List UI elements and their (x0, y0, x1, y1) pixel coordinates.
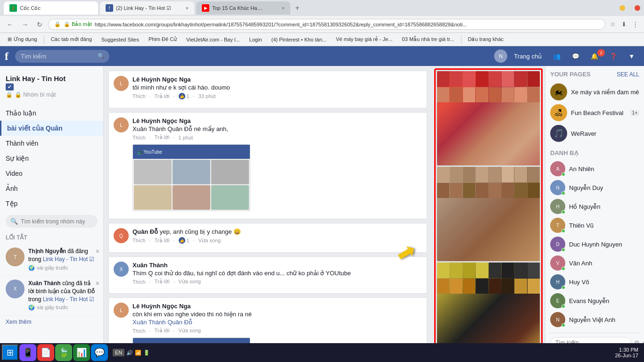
star-button[interactable]: ☆ (608, 20, 618, 29)
contact-avatar-duc-huynh: D (550, 237, 565, 252)
comment-2: L Lê Huỳnh Ngọc Nga Xuân Thành Quân Đỗ n… (108, 112, 427, 219)
reply-action-1[interactable]: Trả lời (155, 93, 170, 99)
contact-huy-vo[interactable]: H Huy Võ (550, 272, 639, 291)
sidebar-item-bai-viet[interactable]: bài viết của Quân (0, 121, 103, 136)
tab-youtube-close[interactable]: × (282, 5, 285, 11)
contact-ho-nguyen[interactable]: H Hồ Nguyễn (550, 197, 639, 216)
comment-5-actions: Thích · Trả lời · Vừa xong (132, 328, 422, 334)
image-content: 📺 YouTube (133, 145, 250, 211)
see-all-link[interactable]: SEE ALL (617, 71, 639, 78)
close-button[interactable] (635, 5, 640, 11)
search-input[interactable] (15, 50, 109, 63)
image-bar-text: 📺 YouTube (137, 149, 162, 155)
page-icon-fun-beach: 🏖 (550, 104, 567, 121)
contact-an-nhien[interactable]: A An Nhiên (550, 159, 639, 178)
page-item-weraver[interactable]: 🎵 WeRaver (550, 123, 639, 144)
notif-2-close[interactable]: × (96, 280, 99, 287)
bookmark-suggested[interactable]: Suggested Sites (98, 36, 143, 43)
comment-5-mention: Xuân Thành Quân Đỗ (132, 319, 422, 326)
bookmark-other[interactable]: Dấu trang khác (464, 35, 507, 43)
lang-indicator: EN (113, 349, 124, 356)
bookmark-03mau[interactable]: 03 Mẫu nhà tre giá tr... (398, 35, 458, 43)
comment-1-actions: Thích · Trả lời · 👍 1 · 33 phút (132, 93, 422, 99)
address-box[interactable]: 🔒 🔒 Bảo mật https://www.facebook.com/gro… (48, 19, 605, 30)
main-layout: Link Hay - Tin Hot ✔ 🔒 🔒 Nhóm bí mật Thả… (0, 66, 644, 362)
reply-action-2[interactable]: Trả lời (155, 134, 170, 140)
see-more-notifications[interactable]: Xem thêm (0, 316, 103, 328)
back-button[interactable]: ← (4, 20, 16, 29)
like-action-2[interactable]: Thích (132, 135, 146, 140)
bookmark-phim[interactable]: Phim Đê Cử (145, 35, 181, 43)
taskbar-app-excel[interactable]: 📊 (73, 344, 90, 361)
notif-1-close[interactable]: × (96, 247, 99, 255)
like-action-3[interactable]: Thích (132, 238, 146, 243)
bookmark-vietjet[interactable]: VietJetAir.com - Bay l... (182, 36, 244, 43)
bookmark-pinterest-label: (4) Pinterest • Kho tàn... (272, 37, 327, 42)
comment-2-image[interactable]: 📺 YouTube (132, 144, 250, 211)
bookmark-apps[interactable]: ⊞ Ứng dụng (4, 35, 41, 43)
sidebar-item-thao-luan[interactable]: Thảo luận (0, 106, 103, 121)
browser-chrome: 🐊 Cốc Cốc f (2) Link Hay - Tin Hot ☑ × ▶… (0, 0, 644, 46)
bookmark-vemaybay[interactable]: Vé máy bay giá rẻ - Je... (332, 35, 396, 43)
bookmark-login[interactable]: Login (246, 36, 266, 43)
user-avatar[interactable]: N (494, 49, 507, 63)
contact-nguyen-viet[interactable]: N Nguyễn Việt Anh (550, 310, 639, 329)
nav-help[interactable]: ❓ (605, 51, 622, 62)
sidebar-item-tep[interactable]: Tệp (0, 196, 103, 211)
like-action-1[interactable]: Thích (132, 93, 146, 99)
page-item-fun-beach[interactable]: 🏖 Fun Beach Festival 1+ (550, 102, 639, 123)
reply-action-3[interactable]: Trả lời (155, 238, 170, 244)
like-action-4[interactable]: Thích (132, 279, 146, 285)
nav-dropdown[interactable]: ▼ (624, 51, 639, 62)
sidebar-search[interactable]: 🔍 (6, 215, 98, 228)
sidebar-search-input[interactable] (21, 218, 93, 225)
menu-button[interactable]: ⋮ (630, 20, 640, 29)
forward-button[interactable]: → (19, 20, 31, 29)
contact-thien-vu[interactable]: T Thiên Vũ (550, 216, 639, 235)
sidebar-item-anh[interactable]: Ảnh (0, 181, 103, 196)
download-button[interactable]: ⬇ (619, 20, 628, 29)
like-action-5[interactable]: Thích (132, 328, 146, 334)
contact-nguyen-duy[interactable]: N Nguyễn Duy (550, 178, 639, 197)
contact-van-anh[interactable]: V Văn Anh (550, 254, 639, 272)
contact-evans[interactable]: E Evans Nguyễn (550, 291, 639, 310)
time-2: 1 phút (179, 135, 193, 140)
facebook-tab-icon: f (106, 4, 113, 12)
bookmark-03mau-label: 03 Mẫu nhà tre giá tr... (402, 36, 454, 42)
pixel-grid-2 (437, 167, 540, 261)
reload-button[interactable]: ↻ (34, 20, 45, 29)
nav-home[interactable]: Trang chủ (509, 51, 546, 62)
taskbar-app-skype[interactable]: 💬 (91, 344, 108, 361)
nav-messages[interactable]: 💬 (567, 51, 584, 62)
like-icon-1: 👍 (179, 93, 185, 99)
contact-avatar-an-nhien: A (550, 161, 565, 176)
tab-youtube[interactable]: ▶ Top 15 Ca Khúc Hay N... × (196, 1, 290, 15)
network-icon: 📶 (135, 350, 141, 356)
start-button[interactable]: ⊞ (2, 345, 18, 361)
new-tab-button[interactable]: + (292, 3, 302, 13)
tab-facebook[interactable]: f (2) Link Hay - Tin Hot ☑ × (100, 1, 194, 15)
nav-notifications[interactable]: 🔔 2 (586, 51, 603, 62)
sidebar-item-su-kien[interactable]: Sự kiện (0, 151, 103, 166)
maximize-button[interactable] (627, 5, 633, 11)
contact-duc-huynh[interactable]: D Duc Huynh Nguyen (550, 235, 639, 254)
reply-action-5[interactable]: Trả lời (155, 328, 170, 334)
taskbar-app-3[interactable]: 🍃 (55, 344, 72, 361)
secure-icon: 🔒 (54, 21, 61, 27)
bookmark-tabs[interactable]: Các tab mới đáng (47, 35, 96, 43)
tab-coccoc-label: Cốc Cốc (20, 5, 41, 11)
nav-friends[interactable]: 👥 (548, 51, 565, 62)
comment-4-actions: Thích · Trả lời · Vừa xong (132, 279, 422, 285)
taskbar-app-pdf[interactable]: 📄 (37, 344, 54, 361)
minimize-button[interactable] (619, 5, 625, 11)
tab-facebook-close[interactable]: × (186, 5, 189, 11)
taskbar-app-viber[interactable]: 📱 (19, 344, 36, 361)
sidebar-item-video[interactable]: Video (0, 166, 103, 181)
friends-icon: 👥 (553, 53, 561, 60)
comment-1: L Lê Huỳnh Ngọc Nga tôi mình như e k sợi… (108, 71, 427, 108)
sidebar-item-thanh-vien[interactable]: Thành viên (0, 136, 103, 151)
reply-action-4[interactable]: Trả lời (155, 279, 170, 285)
page-item-xe-may[interactable]: 🏍 Xe máy và niềm đam mê (550, 82, 639, 102)
tab-coccoc[interactable]: 🐊 Cốc Cốc (4, 1, 98, 15)
bookmark-pinterest[interactable]: (4) Pinterest • Kho tàn... (268, 36, 330, 43)
